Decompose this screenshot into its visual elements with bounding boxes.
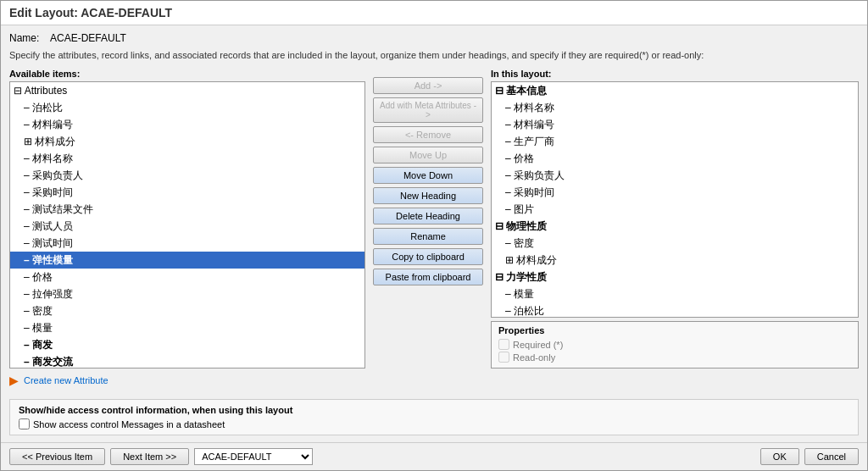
layout-tree-item[interactable]: – 采购负责人: [492, 167, 858, 184]
available-tree-item[interactable]: ⊞ 材料成分: [10, 133, 364, 150]
layout-dropdown[interactable]: ACAE-DEFAULT: [194, 448, 313, 465]
layout-tree-item[interactable]: – 模量: [492, 285, 858, 302]
move-up-button[interactable]: Move Up: [373, 147, 483, 163]
access-control-checkbox[interactable]: [19, 418, 30, 429]
layout-tree-item[interactable]: ⊟ 基本信息: [492, 82, 858, 99]
available-tree-item[interactable]: ⊟ Attributes: [10, 82, 364, 99]
available-tree-item[interactable]: – 密度: [10, 302, 364, 319]
available-items-tree[interactable]: ⊟ Attributes– 泊松比– 材料编号⊞ 材料成分– 材料名称– 采购负…: [9, 81, 365, 368]
main-panels: Available items: ⊟ Attributes– 泊松比– 材料编号…: [9, 69, 859, 368]
layout-tree-item[interactable]: – 采购时间: [492, 184, 858, 201]
available-tree-item[interactable]: – 弹性模量: [10, 252, 364, 269]
add-meta-button[interactable]: Add with Meta Attributes ->: [373, 97, 483, 123]
title-bar: Edit Layout: ACAE-DEFAULT: [1, 1, 867, 25]
action-buttons-panel: Add -> Add with Meta Attributes -> <- Re…: [369, 69, 487, 368]
readonly-label: Read-only: [513, 352, 555, 363]
available-tree-item[interactable]: – 采购时间: [10, 184, 364, 201]
in-layout-label: In this layout:: [491, 69, 859, 79]
access-control-section: Show/hide access control information, wh…: [9, 399, 859, 435]
window-title: Edit Layout: ACAE-DEFAULT: [9, 6, 172, 19]
name-row: Name: ACAE-DEFAULT: [9, 32, 859, 44]
required-row: Required (*): [498, 339, 851, 350]
remove-button[interactable]: <- Remove: [373, 126, 483, 143]
available-tree-item[interactable]: – 泊松比: [10, 99, 364, 116]
ok-button[interactable]: OK: [760, 448, 799, 465]
access-control-title: Show/hide access control information, wh…: [19, 405, 849, 415]
prev-item-button[interactable]: << Previous Item: [9, 448, 105, 465]
in-layout-tree[interactable]: ⊟ 基本信息– 材料名称– 材料编号– 生产厂商– 价格– 采购负责人– 采购时…: [491, 81, 859, 318]
required-checkbox[interactable]: [498, 339, 509, 350]
cancel-button[interactable]: Cancel: [804, 448, 859, 465]
footer: << Previous Item Next Item >> ACAE-DEFAU…: [1, 442, 867, 470]
add-button[interactable]: Add ->: [373, 77, 483, 94]
layout-tree-item[interactable]: – 生产厂商: [492, 133, 858, 150]
layout-tree-item[interactable]: – 图片: [492, 201, 858, 218]
available-tree-item[interactable]: – 商发: [10, 336, 364, 353]
paste-button[interactable]: Paste from clipboard: [373, 269, 483, 285]
in-layout-panel: In this layout: ⊟ 基本信息– 材料名称– 材料编号– 生产厂商…: [491, 69, 859, 368]
available-tree-item[interactable]: – 测试结果文件: [10, 201, 364, 218]
main-window: Edit Layout: ACAE-DEFAULT Name: ACAE-DEF…: [0, 0, 868, 471]
name-value: ACAE-DEFAULT: [50, 32, 126, 44]
layout-tree-item[interactable]: – 价格: [492, 150, 858, 167]
available-tree-item[interactable]: – 采购负责人: [10, 167, 364, 184]
move-down-button[interactable]: Move Down: [373, 167, 483, 184]
layout-tree-item[interactable]: – 材料编号: [492, 116, 858, 133]
properties-box: Properties Required (*) Read-only: [491, 321, 859, 368]
next-item-button[interactable]: Next Item >>: [110, 448, 189, 465]
available-tree-item[interactable]: – 测试人员: [10, 218, 364, 235]
layout-tree-item[interactable]: ⊟ 物理性质: [492, 218, 858, 235]
footer-right: OK Cancel: [760, 448, 859, 465]
layout-tree-item[interactable]: – 泊松比: [492, 302, 858, 318]
layout-tree-item[interactable]: ⊟ 力学性质: [492, 269, 858, 285]
available-tree-item[interactable]: – 拉伸强度: [10, 285, 364, 302]
content-area: Name: ACAE-DEFAULT Specify the attribute…: [1, 25, 867, 442]
delete-heading-button[interactable]: Delete Heading: [373, 208, 483, 224]
required-label: Required (*): [513, 340, 563, 350]
access-control-label: Show access control Messages in a datash…: [33, 419, 225, 429]
available-items-label: Available items:: [9, 69, 365, 79]
available-tree-item[interactable]: – 测试时间: [10, 235, 364, 252]
readonly-row: Read-only: [498, 352, 851, 363]
create-attr-icon: ▶: [9, 374, 19, 387]
description-text: Specify the attributes, record links, an…: [9, 49, 859, 62]
create-attr-link[interactable]: Create new Attribute: [24, 375, 108, 385]
available-tree-item[interactable]: – 材料编号: [10, 116, 364, 133]
layout-tree-item[interactable]: ⊞ 材料成分: [492, 252, 858, 269]
available-tree-item[interactable]: – 商发交流: [10, 353, 364, 368]
available-tree-item[interactable]: – 材料名称: [10, 150, 364, 167]
new-heading-button[interactable]: New Heading: [373, 187, 483, 204]
available-items-panel: Available items: ⊟ Attributes– 泊松比– 材料编号…: [9, 69, 365, 368]
access-control-checkbox-row: Show access control Messages in a datash…: [19, 418, 849, 429]
readonly-checkbox[interactable]: [498, 352, 509, 363]
layout-tree-item[interactable]: – 密度: [492, 235, 858, 252]
name-label: Name:: [9, 32, 43, 44]
layout-tree-item[interactable]: – 材料名称: [492, 99, 858, 116]
available-tree-item[interactable]: – 模量: [10, 319, 364, 336]
available-tree-item[interactable]: – 价格: [10, 269, 364, 285]
properties-label: Properties: [498, 325, 851, 335]
copy-button[interactable]: Copy to clipboard: [373, 248, 483, 265]
create-attr-row: ▶ Create new Attribute: [9, 374, 859, 387]
rename-button[interactable]: Rename: [373, 228, 483, 245]
